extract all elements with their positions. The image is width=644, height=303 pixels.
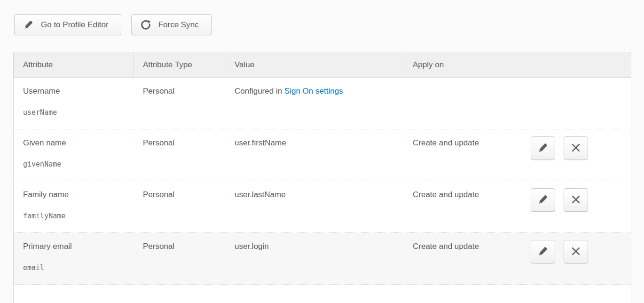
attribute-variable-name: givenName	[23, 159, 127, 169]
apply-on-value	[403, 78, 522, 129]
column-header-attribute: Attribute	[14, 52, 134, 77]
value-text: user.firstName	[225, 129, 403, 181]
attribute-variable-name: userName	[23, 108, 127, 118]
row-actions	[522, 181, 631, 232]
value-text: Configured in	[235, 87, 284, 96]
attribute-label: Username	[23, 86, 127, 96]
close-icon	[571, 195, 581, 206]
force-sync-label: Force Sync	[158, 20, 199, 30]
attribute-label: Family name	[23, 190, 127, 199]
table-header: Attribute Attribute Type Value Apply on	[14, 52, 631, 78]
toolbar: Go to Profile Editor Force Sync	[14, 14, 212, 35]
go-to-profile-editor-label: Go to Profile Editor	[41, 20, 109, 30]
column-header-actions	[522, 52, 631, 77]
table-row-primary-email: Primary email email Personal user.login …	[14, 233, 631, 285]
column-header-value: Value	[225, 52, 403, 77]
attribute-variable-name: email	[23, 263, 127, 273]
close-icon	[571, 143, 581, 154]
attribute-label: Given name	[23, 138, 127, 148]
edit-attribute-button[interactable]	[531, 188, 555, 212]
pencil-icon	[538, 143, 548, 154]
apply-on-value: Create and update	[403, 181, 522, 232]
table-row-family-name: Family name familyName Personal user.las…	[14, 181, 631, 233]
table-row-given-name: Given name givenName Personal user.first…	[14, 129, 631, 181]
row-actions	[522, 129, 631, 181]
value-text: user.login	[225, 233, 403, 284]
sign-on-settings-link[interactable]: Sign On settings	[284, 87, 343, 96]
attribute-type: Personal	[134, 78, 225, 129]
attribute-mappings-table: Attribute Attribute Type Value Apply on …	[13, 52, 631, 303]
delete-attribute-button[interactable]	[564, 136, 588, 160]
force-sync-button[interactable]: Force Sync	[131, 14, 212, 35]
refresh-icon	[141, 20, 151, 30]
edit-attribute-button[interactable]	[531, 136, 555, 160]
pencil-icon	[24, 20, 33, 30]
attribute-type: Personal	[134, 233, 225, 284]
attribute-variable-name: familyName	[23, 211, 127, 221]
attribute-label: Primary email	[23, 241, 127, 251]
value-text: user.lastName	[225, 181, 403, 232]
delete-attribute-button[interactable]	[564, 240, 588, 263]
column-header-apply-on: Apply on	[403, 52, 522, 77]
pencil-icon	[538, 194, 548, 206]
close-icon	[571, 247, 581, 257]
column-header-attribute-type: Attribute Type	[134, 52, 225, 77]
delete-attribute-button[interactable]	[564, 188, 588, 212]
apply-on-value: Create and update	[403, 129, 522, 181]
edit-attribute-button[interactable]	[531, 240, 555, 263]
go-to-profile-editor-button[interactable]: Go to Profile Editor	[14, 14, 121, 35]
attribute-type: Personal	[134, 181, 225, 232]
attribute-type: Personal	[134, 129, 225, 181]
row-actions	[522, 78, 631, 129]
pencil-icon	[538, 246, 548, 258]
row-actions	[522, 233, 631, 284]
table-row-username: Username userName Personal Configured in…	[14, 78, 631, 129]
apply-on-value: Create and update	[403, 233, 522, 284]
table-row-partial	[14, 285, 631, 303]
